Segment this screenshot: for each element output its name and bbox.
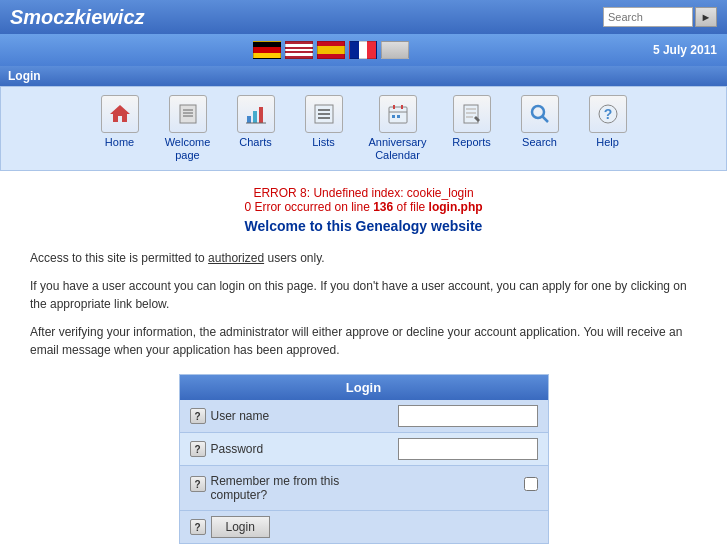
reports-icon bbox=[453, 95, 491, 133]
svg-point-22 bbox=[532, 106, 544, 118]
nav-help[interactable]: ? Help bbox=[579, 95, 637, 162]
login-form-header: Login bbox=[180, 375, 548, 400]
nav-charts-label: Charts bbox=[239, 136, 271, 149]
password-label: Password bbox=[211, 442, 398, 456]
lists-icon bbox=[305, 95, 343, 133]
nav-anniversary[interactable]: AnniversaryCalendar bbox=[363, 95, 433, 162]
submit-row: ? Login bbox=[180, 511, 548, 543]
login-bar-label: Login bbox=[8, 69, 41, 83]
svg-rect-16 bbox=[392, 115, 395, 118]
nav-lists[interactable]: Lists bbox=[295, 95, 353, 162]
error-filename: login.php bbox=[429, 200, 483, 214]
error-block: ERROR 8: Undefined index: cookie_login 0… bbox=[30, 186, 697, 234]
login-button[interactable]: Login bbox=[211, 516, 270, 538]
welcome-heading: Welcome to this Genealogy website bbox=[30, 218, 697, 234]
svg-rect-21 bbox=[466, 116, 473, 118]
remember-help-icon[interactable]: ? bbox=[190, 476, 206, 492]
error-line1: ERROR 8: Undefined index: cookie_login bbox=[30, 186, 697, 200]
svg-text:?: ? bbox=[603, 106, 612, 122]
username-label: User name bbox=[211, 409, 398, 423]
flag-us[interactable] bbox=[285, 41, 313, 59]
nav-anniversary-label: AnniversaryCalendar bbox=[368, 136, 426, 162]
remember-label: Remember me from thiscomputer? bbox=[211, 474, 524, 502]
svg-line-23 bbox=[542, 117, 548, 123]
welcome-icon bbox=[169, 95, 207, 133]
authorized-link[interactable]: authorized bbox=[208, 251, 264, 265]
search-input[interactable] bbox=[603, 7, 693, 27]
info-para-2: If you have a user account you can login… bbox=[30, 277, 697, 313]
username-row: ? User name bbox=[180, 400, 548, 433]
header: Smoczkiewicz ► bbox=[0, 0, 727, 34]
error-line2: 0 Error occurred on line 136 of file log… bbox=[30, 200, 697, 214]
nav-welcome-label: Welcomepage bbox=[165, 136, 211, 162]
anniversary-icon bbox=[379, 95, 417, 133]
password-help-icon[interactable]: ? bbox=[190, 441, 206, 457]
charts-icon bbox=[237, 95, 275, 133]
svg-rect-5 bbox=[253, 111, 257, 123]
search-bar: ► bbox=[603, 7, 717, 27]
help-icon: ? bbox=[589, 95, 627, 133]
flags bbox=[10, 41, 653, 59]
flag-xx[interactable] bbox=[381, 41, 409, 59]
info-para-3: After verifying your information, the ad… bbox=[30, 323, 697, 359]
svg-rect-0 bbox=[180, 105, 196, 123]
error-prefix: 0 Error occurred on line bbox=[244, 200, 373, 214]
remember-checkbox[interactable] bbox=[524, 477, 538, 491]
password-input[interactable] bbox=[398, 438, 538, 460]
nav-help-label: Help bbox=[596, 136, 619, 149]
nav-charts[interactable]: Charts bbox=[227, 95, 285, 162]
site-title: Smoczkiewicz bbox=[10, 6, 145, 29]
nav-home-label: Home bbox=[105, 136, 134, 149]
username-help-icon[interactable]: ? bbox=[190, 408, 206, 424]
nav-welcome[interactable]: Welcomepage bbox=[159, 95, 217, 162]
date-display: 5 July 2011 bbox=[653, 43, 717, 57]
submit-help-icon[interactable]: ? bbox=[190, 519, 206, 535]
error-line-number: 136 bbox=[373, 200, 393, 214]
svg-rect-19 bbox=[466, 108, 476, 110]
login-bar: Login bbox=[0, 66, 727, 86]
nav-search-label: Search bbox=[522, 136, 557, 149]
password-row: ? Password bbox=[180, 433, 548, 466]
info-para-1: Access to this site is permitted to auth… bbox=[30, 249, 697, 267]
main-content: ERROR 8: Undefined index: cookie_login 0… bbox=[0, 171, 727, 545]
flag-fr[interactable] bbox=[349, 41, 377, 59]
nav-search[interactable]: Search bbox=[511, 95, 569, 162]
svg-rect-20 bbox=[466, 112, 476, 114]
search-nav-icon bbox=[521, 95, 559, 133]
nav-home[interactable]: Home bbox=[91, 95, 149, 162]
flag-de[interactable] bbox=[253, 41, 281, 59]
login-form-container: Login ? User name ? Password ? Remember … bbox=[179, 374, 549, 544]
login-form-body: ? User name ? Password ? Remember me fro… bbox=[180, 400, 548, 543]
svg-rect-6 bbox=[259, 107, 263, 123]
nav-bar: Home Welcomepage Charts Lists Anniversar… bbox=[0, 86, 727, 171]
home-icon bbox=[101, 95, 139, 133]
search-button[interactable]: ► bbox=[695, 7, 717, 27]
nav-reports[interactable]: Reports bbox=[443, 95, 501, 162]
remember-row: ? Remember me from thiscomputer? bbox=[180, 466, 548, 511]
nav-lists-label: Lists bbox=[312, 136, 335, 149]
username-input[interactable] bbox=[398, 405, 538, 427]
flag-es[interactable] bbox=[317, 41, 345, 59]
nav-reports-label: Reports bbox=[452, 136, 491, 149]
error-suffix: of file bbox=[393, 200, 428, 214]
svg-rect-4 bbox=[247, 116, 251, 123]
svg-rect-17 bbox=[397, 115, 400, 118]
flags-bar: 5 July 2011 bbox=[0, 34, 727, 66]
